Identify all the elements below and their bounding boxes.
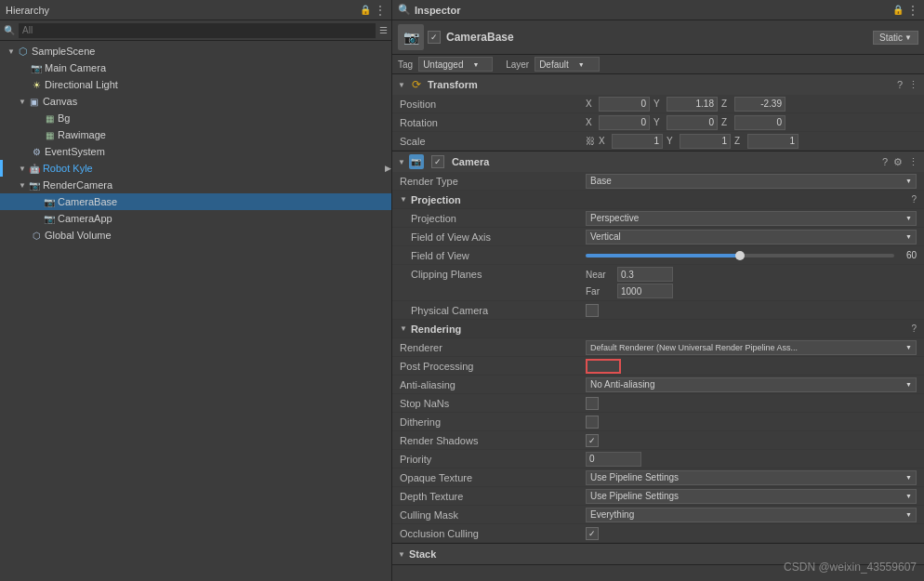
scene-options-icon[interactable]: ☰ (379, 25, 388, 35)
camera-component-icon: 📷 (409, 154, 424, 169)
camera-enabled-checkbox[interactable]: ✓ (431, 155, 444, 168)
globalvolume-icon: ⬡ (30, 229, 43, 242)
rotation-z-input[interactable] (734, 115, 785, 130)
transform-header[interactable]: ▼ ⟳ Transform ? ⋮ (392, 74, 924, 95)
menu-icon[interactable]: ⋮ (375, 4, 386, 17)
camera-settings-icon[interactable]: ⚙ (893, 156, 903, 168)
priority-input[interactable] (586, 452, 641, 467)
dithering-row: Dithering (392, 413, 924, 431)
inspector-header: 🔍 Inspector 🔒 ⋮ (392, 0, 924, 20)
renderer-dropdown[interactable]: Default Renderer (New Universal Render P… (586, 340, 917, 355)
camera-help-icon[interactable]: ? (882, 156, 888, 167)
camera-menu-icon[interactable]: ⋮ (908, 156, 918, 168)
depth-texture-dropdown[interactable]: Use Pipeline Settings ▼ (586, 489, 917, 504)
physical-camera-value (586, 304, 917, 317)
camera-icon-camerabase: 📷 (43, 195, 56, 208)
sidebar-item-rawimage[interactable]: ▦ Rawimage (0, 126, 391, 143)
opaque-texture-dropdown[interactable]: Use Pipeline Settings ▼ (586, 470, 917, 485)
tag-dropdown[interactable]: Untagged ▼ (418, 57, 493, 72)
fov-slider[interactable] (586, 254, 894, 257)
render-type-label: Render Type (400, 176, 586, 187)
camera-header[interactable]: ▼ 📷 ✓ Camera ? ⚙ ⋮ (392, 152, 924, 172)
projection-row: Projection Perspective ▼ (392, 209, 924, 228)
z-label-pos: Z (721, 99, 731, 109)
projection-dropdown[interactable]: Perspective ▼ (586, 211, 917, 226)
sidebar-item-camerabase[interactable]: 📷 CameraBase (0, 193, 391, 210)
render-type-dropdown[interactable]: Base ▼ (586, 174, 917, 189)
occlusion-culling-checkbox[interactable]: ✓ (586, 527, 599, 540)
position-y-input[interactable] (667, 97, 718, 112)
tree-label-maincamera: Main Camera (45, 62, 106, 73)
transform-help-icon[interactable]: ? (897, 79, 903, 90)
render-type-text: Base (590, 176, 612, 186)
sidebar-item-cameraapp[interactable]: 📷 CameraApp (0, 210, 391, 227)
rotation-row: Rotation X Y Z (392, 113, 924, 132)
inspector-top: 📷 ✓ CameraBase Static ▼ (392, 20, 924, 55)
position-label: Position (400, 99, 586, 110)
position-z-input[interactable] (734, 97, 785, 112)
physical-camera-checkbox[interactable] (586, 304, 599, 317)
projection-section-row[interactable]: ▼ Projection ? (392, 191, 924, 209)
sidebar-item-maincamera[interactable]: 📷 Main Camera (0, 59, 391, 76)
position-value: X Y Z (586, 97, 917, 112)
rendering-help-icon[interactable]: ? (911, 324, 917, 334)
transform-actions: ? ⋮ (897, 79, 918, 91)
position-x-input[interactable] (599, 97, 650, 112)
static-button[interactable]: Static ▼ (873, 31, 918, 45)
dithering-checkbox[interactable] (586, 416, 599, 429)
layer-dropdown-arrow: ▼ (578, 61, 585, 68)
active-checkbox[interactable]: ✓ (428, 31, 441, 44)
sidebar-item-samplescene[interactable]: ⬡ SampleScene (0, 43, 391, 59)
layer-dropdown[interactable]: Default ▼ (535, 57, 600, 72)
sidebar-item-directionallight[interactable]: ☀ Directional Light (0, 76, 391, 93)
render-shadows-checkbox[interactable]: ✓ (586, 434, 599, 447)
lock-icon[interactable]: 🔒 (360, 5, 371, 15)
rendering-section-row[interactable]: ▼ Rendering ? (392, 320, 924, 338)
far-input[interactable] (617, 284, 673, 298)
transform-icon: ⟳ (409, 77, 424, 92)
post-processing-toggle[interactable] (586, 359, 621, 374)
camera-section: ▼ 📷 ✓ Camera ? ⚙ ⋮ Render Type Base (392, 152, 924, 544)
tag-layer-row: Tag Untagged ▼ Layer Default ▼ (392, 55, 924, 74)
depth-texture-arrow: ▼ (905, 493, 912, 499)
sidebar-item-globalvolume[interactable]: ⬡ Global Volume (0, 227, 391, 244)
renderer-arrow: ▼ (905, 344, 912, 350)
fov-slider-thumb[interactable] (735, 251, 745, 260)
lock-icon-inspector[interactable]: 🔒 (892, 5, 904, 15)
projection-help-icon[interactable]: ? (911, 194, 917, 205)
tree-label-globalvolume: Global Volume (45, 230, 112, 241)
tree-label-directionallight: Directional Light (45, 79, 118, 90)
scale-y-input[interactable] (680, 134, 731, 149)
link-icon-scale: ⛓ (586, 136, 595, 146)
priority-value (586, 452, 917, 467)
menu-icon-inspector[interactable]: ⋮ (907, 4, 918, 17)
renderer-row: Renderer Default Renderer (New Universal… (392, 338, 924, 357)
scale-x-input[interactable] (612, 134, 663, 149)
rotation-x-input[interactable] (599, 115, 650, 130)
projection-fold-arrow: ▼ (400, 195, 407, 204)
anti-aliasing-dropdown[interactable]: No Anti-aliasing ▼ (586, 377, 917, 392)
render-shadows-label: Render Shadows (400, 435, 586, 446)
search-input[interactable] (19, 23, 376, 38)
sidebar-item-robotkyle[interactable]: 🤖 Robot Kyle ▶ (0, 160, 391, 177)
stop-nans-checkbox[interactable] (586, 397, 599, 410)
anti-aliasing-label: Anti-aliasing (400, 379, 586, 390)
near-label: Near (586, 270, 612, 280)
sidebar-item-rendercamera[interactable]: 📷 RenderCamera (0, 177, 391, 193)
camera-fold-arrow: ▼ (398, 158, 405, 166)
fov-axis-dropdown[interactable]: Vertical ▼ (586, 230, 917, 244)
sidebar-item-bg[interactable]: ▦ Bg (0, 110, 391, 126)
inspector-title: Inspector (415, 5, 461, 16)
scale-coords: ⛓ X Y Z (586, 134, 917, 149)
dithering-label: Dithering (400, 416, 586, 428)
sidebar-item-canvas[interactable]: ▣ Canvas (0, 93, 391, 110)
gameobject-icon-robotkyle: 🤖 (28, 162, 41, 175)
scale-z-input[interactable] (747, 134, 799, 149)
rotation-y-input[interactable] (667, 115, 718, 130)
transform-menu-icon[interactable]: ⋮ (908, 79, 918, 91)
y-label-pos: Y (653, 99, 663, 109)
culling-mask-dropdown[interactable]: Everything ▼ (586, 508, 917, 522)
sidebar-item-eventsystem[interactable]: ⚙ EventSystem (0, 143, 391, 160)
blue-indicator (0, 160, 3, 177)
near-input[interactable] (617, 267, 673, 282)
